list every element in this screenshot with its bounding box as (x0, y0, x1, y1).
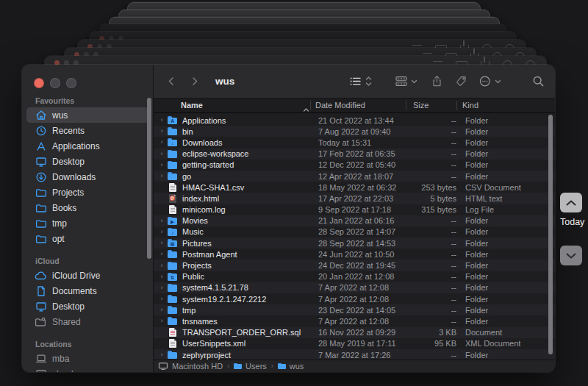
table-row[interactable]: HMAC-SHA1.csv18 May 2022 at 06:32253 byt… (154, 182, 555, 193)
table-row[interactable]: ›tmp23 Dec 2022 at 14:05--Folder (154, 304, 555, 315)
shared-folder-icon (35, 316, 47, 328)
folder-icon (168, 317, 177, 325)
more-actions-button[interactable] (478, 75, 501, 87)
file-icon-cell (165, 150, 179, 158)
disclosure-chevron-icon[interactable]: › (158, 171, 165, 182)
sidebar-item-cloud[interactable]: cloud (26, 366, 148, 372)
breadcrumb-item-wus[interactable]: wus (278, 362, 304, 371)
disclosure-chevron-icon[interactable]: › (158, 226, 165, 237)
sidebar-item-desktop[interactable]: Desktop (26, 154, 148, 169)
file-date-modified: 20 Jan 2022 at 12:08 (316, 272, 416, 281)
table-row[interactable]: ›Projects24 Dec 2022 at 19:45--Folder (154, 260, 555, 271)
tag-button[interactable] (455, 75, 467, 87)
table-row[interactable]: ›system4.1.5.21.787 Apr 2022 at 12:08--F… (154, 282, 555, 293)
table-row[interactable]: ›system19.2.1.247.22127 Apr 2022 at 12:0… (154, 293, 555, 304)
table-row[interactable]: minicom.log9 Sep 2022 at 17:18315 bytesL… (154, 204, 555, 215)
search-button[interactable] (532, 75, 545, 87)
disclosure-chevron-icon[interactable]: › (158, 304, 165, 315)
zoom-button[interactable] (66, 78, 76, 88)
sidebar-item-applications[interactable]: Applications (26, 138, 148, 154)
file-date-modified: 12 Dec 2022 at 05:40 (316, 160, 416, 169)
disclosure-chevron-icon[interactable]: › (158, 315, 165, 326)
sidebar-item-desktop[interactable]: Desktop (26, 299, 148, 314)
file-name: getting-started (179, 160, 316, 169)
sidebar-item-icloud-drive[interactable]: iCloud Drive (26, 268, 148, 283)
file-date-modified: 24 Jun 2022 at 10:50 (316, 250, 416, 259)
table-row[interactable]: @index.html17 Apr 2022 at 22:035 bytesHT… (154, 193, 555, 204)
timeline-forward-button[interactable] (560, 246, 582, 265)
file-size: -- (416, 149, 456, 158)
disclosure-chevron-icon[interactable]: › (158, 215, 165, 226)
table-row[interactable]: ›getting-started12 Dec 2022 at 05:40--Fo… (154, 160, 555, 171)
disclosure-chevron-icon[interactable]: › (158, 237, 165, 249)
disclosure-chevron-icon[interactable]: › (158, 260, 165, 271)
file-kind: Folder (456, 317, 555, 326)
folder-icon (168, 295, 177, 303)
file-name: bin (179, 127, 316, 136)
sidebar-item-mba[interactable]: mba (26, 351, 148, 366)
file-size: -- (416, 250, 456, 259)
table-row[interactable]: ›♪Music28 Sep 2022 at 14:07--Folder (154, 226, 555, 237)
file-kind: Folder (456, 272, 555, 281)
list-scrollbar[interactable] (548, 115, 553, 354)
back-button[interactable] (165, 75, 177, 87)
file-date-modified: 28 Sep 2022 at 14:53 (316, 239, 416, 248)
breadcrumb-item-macintosh-hd[interactable]: Macintosh HD (158, 362, 223, 371)
disclosure-chevron-icon[interactable]: › (158, 282, 165, 293)
column-name[interactable]: Name (181, 99, 203, 112)
table-row[interactable]: ›▶Movies21 Jan 2022 at 06:16--Folder (154, 215, 555, 226)
folder-icon (168, 127, 177, 135)
sidebar-item-downloads[interactable]: Downloads (26, 169, 148, 185)
folder-icon: ↓ (168, 138, 177, 146)
disclosure-chevron-icon[interactable]: › (158, 115, 165, 126)
folder-icon (35, 233, 47, 245)
group-button[interactable] (395, 75, 417, 87)
minimize-button[interactable] (50, 78, 60, 88)
disclosure-chevron-icon[interactable]: › (158, 271, 165, 282)
close-button[interactable] (34, 78, 44, 88)
table-row[interactable]: ›bin7 Aug 2022 at 09:40--Folder (154, 126, 555, 137)
sidebar-item-documents[interactable]: Documents (26, 283, 148, 299)
file-date-modified: 7 Aug 2022 at 09:40 (316, 127, 416, 136)
sidebar-item-recents[interactable]: Recents (26, 123, 148, 138)
table-row[interactable]: ›go12 Apr 2022 at 18:07--Folder (154, 171, 555, 182)
sidebar-item-wus[interactable]: wus (26, 107, 148, 123)
timeline-back-button[interactable] (560, 193, 582, 212)
table-row[interactable]: ›⇅Public20 Jan 2022 at 12:08--Folder (154, 271, 555, 282)
sidebar-item-label: Projects (52, 187, 84, 198)
search-icon (532, 75, 545, 87)
disclosure-chevron-icon[interactable]: › (158, 249, 165, 260)
sidebar-scrollbar[interactable] (147, 98, 151, 259)
file-size: -- (416, 306, 456, 315)
forward-button[interactable] (189, 75, 201, 87)
table-row[interactable]: ›Postman Agent24 Jun 2022 at 10:50--Fold… (154, 249, 555, 260)
table-row[interactable]: ›tnsnames7 Apr 2022 at 12:08--Folder (154, 315, 555, 326)
column-size[interactable]: Size (413, 99, 429, 112)
file-size: -- (416, 138, 456, 147)
sidebar-item-opt[interactable]: opt (26, 231, 148, 246)
disclosure-chevron-icon[interactable]: › (158, 160, 165, 171)
table-row[interactable]: ›▦Pictures28 Sep 2022 at 14:53--Folder (154, 237, 555, 249)
file-icon-cell (165, 205, 179, 214)
table-row[interactable]: ›zephyrproject7 Mar 2022 at 17:26--Folde… (154, 349, 555, 360)
table-row[interactable]: ›AApplications21 Oct 2022 at 13:44--Fold… (154, 115, 555, 126)
sidebar-item-tmp[interactable]: tmp (26, 215, 148, 231)
sidebar-item-books[interactable]: Books (26, 200, 148, 215)
folder-icon (35, 202, 47, 214)
disclosure-chevron-icon[interactable]: › (158, 126, 165, 137)
column-kind[interactable]: Kind (462, 99, 478, 112)
disclosure-chevron-icon[interactable]: › (158, 293, 165, 304)
table-row[interactable]: ›↓DownloadsToday at 15:31--Folder (154, 137, 555, 148)
breadcrumb-item-users[interactable]: Users (234, 362, 267, 371)
sidebar-item-projects[interactable]: Projects (26, 185, 148, 200)
view-mode-button[interactable] (349, 75, 373, 87)
disclosure-chevron-icon[interactable]: › (158, 137, 165, 148)
disclosure-chevron-icon[interactable]: › (158, 149, 165, 160)
disclosure-chevron-icon[interactable]: › (158, 349, 165, 360)
sidebar-item-shared[interactable]: Shared (26, 314, 148, 329)
table-row[interactable]: ›eclipse-workspace17 Feb 2022 at 06:35--… (154, 149, 555, 160)
table-row[interactable]: TRANSPORT_ORDER_ORR.sql16 Nov 2022 at 09… (154, 327, 555, 338)
column-date-modified[interactable]: Date Modified (315, 99, 365, 112)
table-row[interactable]: UserSnippets.xml28 May 2019 at 17:1195 K… (154, 338, 555, 349)
share-button[interactable] (431, 75, 443, 87)
